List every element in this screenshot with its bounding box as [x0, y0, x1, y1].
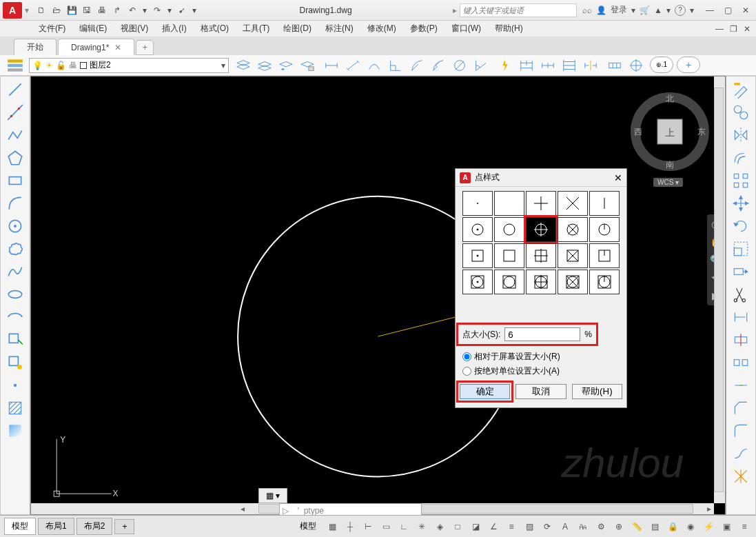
- status-annotation-scale-icon[interactable]: A: [558, 519, 573, 534]
- status-osnap-icon[interactable]: □: [450, 519, 465, 534]
- vertical-scrollbar[interactable]: [714, 77, 725, 503]
- layout-add-tab[interactable]: +: [114, 519, 134, 534]
- break-at-point-icon[interactable]: [728, 330, 753, 350]
- construction-line-icon[interactable]: [3, 102, 28, 123]
- menu-view[interactable]: 视图(V): [115, 21, 154, 36]
- status-snap-icon[interactable]: ┼: [343, 519, 358, 534]
- dim-diameter-icon[interactable]: [449, 57, 470, 74]
- trim-icon[interactable]: [728, 284, 753, 305]
- dim-quick-icon[interactable]: [495, 57, 515, 74]
- insert-block-icon[interactable]: [3, 330, 28, 350]
- status-workspace-icon[interactable]: ⚙: [593, 519, 609, 534]
- dim-style-icon[interactable]: ⊕.1: [650, 57, 673, 73]
- explode-icon[interactable]: [728, 466, 753, 487]
- layer-states-icon[interactable]: [297, 57, 318, 74]
- dim-baseline-icon[interactable]: [516, 57, 537, 74]
- dialog-close-icon[interactable]: ✕: [614, 172, 622, 183]
- ellipse-arc-icon[interactable]: [3, 307, 28, 327]
- status-otrack-icon[interactable]: ∠: [486, 519, 501, 534]
- polygon-icon[interactable]: [3, 148, 28, 168]
- layer-match-icon[interactable]: [254, 57, 275, 74]
- qat-export[interactable]: ↱: [110, 3, 124, 17]
- dim-angular-icon[interactable]: [471, 57, 491, 74]
- menu-window[interactable]: 窗口(W): [446, 21, 487, 36]
- point-style-x[interactable]: [558, 191, 588, 216]
- point-style-square-x[interactable]: [558, 243, 588, 268]
- polyline-icon[interactable]: [3, 125, 28, 145]
- dim-linear-icon[interactable]: [321, 57, 342, 74]
- app-menu-arrow[interactable]: ▾: [25, 6, 29, 15]
- qat-new[interactable]: 🗋: [34, 3, 48, 17]
- point-style-plus[interactable]: [526, 191, 556, 216]
- dim-arclength-icon[interactable]: [364, 57, 385, 74]
- layer-iso-icon[interactable]: [233, 57, 254, 74]
- status-ortho-icon[interactable]: ∟: [396, 519, 411, 534]
- point-style-square-circle[interactable]: [494, 270, 524, 294]
- qat-save[interactable]: 💾: [65, 3, 79, 17]
- point-style-square-dot[interactable]: [462, 243, 493, 268]
- status-lineweight-icon[interactable]: ≡: [504, 519, 519, 534]
- stretch-icon[interactable]: [728, 261, 753, 282]
- layout2-tab[interactable]: 布局2: [76, 518, 113, 535]
- fillet-icon[interactable]: [728, 421, 753, 441]
- dim-break-icon[interactable]: [580, 57, 601, 74]
- point-style-dot[interactable]: [462, 191, 493, 216]
- qat-plot[interactable]: 🖶: [95, 3, 109, 17]
- point-style-square-circle-plus[interactable]: [526, 270, 556, 294]
- app-manager-arrow[interactable]: ▾: [666, 6, 671, 15]
- status-units-icon[interactable]: 📏: [629, 519, 644, 534]
- radio-absolute-units[interactable]: 按绝对单位设置大小(A): [462, 365, 622, 377]
- radio-relative-screen[interactable]: 相对于屏幕设置大小(R): [462, 351, 622, 363]
- gradient-icon[interactable]: [3, 421, 28, 441]
- rotate-icon[interactable]: [728, 216, 753, 236]
- point-size-input[interactable]: [504, 327, 580, 341]
- menu-draw[interactable]: 绘图(D): [278, 21, 317, 36]
- offset-icon[interactable]: [728, 148, 753, 168]
- point-style-square-plus[interactable]: [526, 243, 556, 268]
- qat-saveas[interactable]: 🖫: [80, 3, 94, 17]
- break-icon[interactable]: [728, 352, 753, 373]
- dim-space-icon[interactable]: [559, 57, 580, 74]
- status-cycling-icon[interactable]: ⟳: [540, 519, 555, 534]
- window-close[interactable]: ✕: [738, 4, 753, 17]
- point-style-square[interactable]: [494, 243, 524, 268]
- layer-prev-icon[interactable]: [276, 57, 296, 74]
- qat-redo[interactable]: ↷: [150, 3, 164, 17]
- point-style-none[interactable]: [494, 191, 524, 216]
- point-style-square-tick[interactable]: [589, 243, 620, 268]
- join-icon[interactable]: [728, 375, 753, 396]
- dim-ordinate-icon[interactable]: [385, 57, 406, 74]
- scale-icon[interactable]: [728, 239, 753, 259]
- make-block-icon[interactable]: [3, 352, 28, 373]
- signin-label[interactable]: 登录: [611, 4, 627, 16]
- dialog-cancel-button[interactable]: 取消: [515, 384, 566, 399]
- status-annomonitor-icon[interactable]: ⊕: [611, 519, 626, 534]
- extend-icon[interactable]: [728, 307, 753, 327]
- menu-format[interactable]: 格式(O): [195, 21, 234, 36]
- file-tab-current[interactable]: Drawing1* ✕: [58, 39, 134, 55]
- window-maximize[interactable]: ▢: [720, 4, 735, 17]
- qat-undo[interactable]: ↶: [125, 3, 139, 17]
- status-annotation-vis-icon[interactable]: 🗛: [575, 519, 591, 534]
- point-style-circle[interactable]: [494, 217, 524, 242]
- layout1-tab[interactable]: 布局1: [38, 518, 74, 535]
- status-transparency-icon[interactable]: ▨: [522, 519, 537, 534]
- tolerance-icon[interactable]: [604, 57, 625, 74]
- status-isodraft-icon[interactable]: ◈: [432, 519, 447, 534]
- menu-insert[interactable]: 插入(I): [156, 21, 192, 36]
- app-logo[interactable]: A: [3, 2, 22, 19]
- point-style-square-circle-dot[interactable]: [462, 270, 493, 294]
- point-style-tick[interactable]: [589, 191, 620, 216]
- point-style-circle-x[interactable]: [558, 217, 588, 242]
- circle-icon[interactable]: [3, 216, 28, 236]
- menu-edit[interactable]: 编辑(E): [74, 21, 112, 36]
- status-lock-ui-icon[interactable]: 🔒: [665, 519, 680, 534]
- file-tab-add[interactable]: +: [136, 40, 154, 55]
- qat-open[interactable]: 🗁: [50, 3, 63, 17]
- search-input[interactable]: [460, 3, 577, 17]
- revcloud-icon[interactable]: [3, 239, 28, 259]
- centermark-icon[interactable]: [626, 57, 646, 74]
- menu-tools[interactable]: 工具(T): [237, 21, 275, 36]
- layout-quick-view-icon[interactable]: ▦ ▾: [258, 488, 287, 503]
- signin-icon[interactable]: 👤: [596, 6, 606, 15]
